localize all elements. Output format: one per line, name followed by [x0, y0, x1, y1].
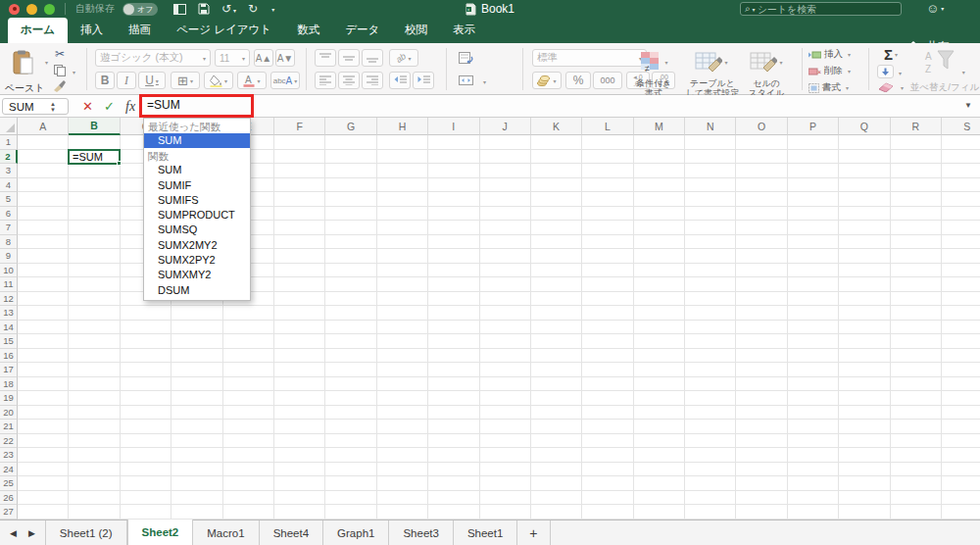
feedback-button[interactable]: ☺ ▾: [926, 1, 944, 16]
cell-I20[interactable]: [428, 406, 479, 421]
cell-M12[interactable]: [634, 292, 685, 307]
cell-F8[interactable]: [274, 235, 325, 250]
row-header-20[interactable]: 20: [0, 406, 18, 421]
autosum-button[interactable]: Σ▾: [874, 46, 907, 63]
column-header-J[interactable]: J: [480, 118, 531, 135]
cell-N23[interactable]: [685, 448, 736, 463]
sort-filter-button[interactable]: AZ ▾: [924, 49, 965, 76]
cell-J1[interactable]: [480, 135, 531, 150]
cancel-entry-icon[interactable]: ✕: [82, 98, 93, 115]
cell-F23[interactable]: [274, 448, 325, 463]
cell-I9[interactable]: [428, 249, 479, 264]
cell-C22[interactable]: [121, 434, 172, 449]
cell-F13[interactable]: [274, 306, 325, 321]
cell-G26[interactable]: [325, 491, 376, 506]
cell-R26[interactable]: [891, 491, 942, 506]
cell-S11[interactable]: [942, 277, 980, 292]
cell-R13[interactable]: [891, 306, 942, 321]
cell-H15[interactable]: [377, 334, 428, 349]
cell-R16[interactable]: [891, 349, 942, 364]
row-header-21[interactable]: 21: [0, 420, 18, 434]
cell-C15[interactable]: [121, 334, 172, 349]
cell-G25[interactable]: [325, 476, 376, 491]
cell-S10[interactable]: [942, 264, 980, 278]
dropdown-item-SUMPRODUCT[interactable]: SUMPRODUCT: [144, 208, 250, 223]
cell-R24[interactable]: [891, 463, 942, 477]
cell-O24[interactable]: [736, 463, 787, 477]
cell-I8[interactable]: [428, 235, 479, 250]
search-input[interactable]: [758, 4, 875, 15]
cell-M7[interactable]: [634, 221, 685, 235]
cell-D20[interactable]: [172, 406, 222, 421]
cell-E14[interactable]: [223, 321, 274, 335]
cell-G16[interactable]: [325, 349, 376, 364]
cell-K3[interactable]: [531, 164, 582, 178]
column-header-S[interactable]: S: [942, 118, 980, 135]
cell-I17[interactable]: [428, 363, 479, 377]
insert-cells-button[interactable]: 挿入 ▾: [808, 47, 862, 62]
cell-J18[interactable]: [480, 377, 531, 392]
prev-sheet-icon[interactable]: ◀: [10, 528, 17, 538]
cell-C27[interactable]: [121, 505, 172, 520]
cell-N17[interactable]: [685, 363, 736, 377]
cell-G22[interactable]: [325, 434, 376, 449]
row-header-10[interactable]: 10: [0, 264, 18, 278]
cell-H2[interactable]: [377, 150, 428, 165]
cell-K10[interactable]: [531, 264, 582, 278]
cell-P3[interactable]: [788, 164, 839, 178]
cell-I14[interactable]: [428, 321, 479, 335]
cell-M20[interactable]: [634, 406, 685, 421]
row-header-12[interactable]: 12: [0, 292, 18, 307]
tab-データ[interactable]: データ: [332, 18, 392, 43]
cell-F27[interactable]: [274, 505, 325, 520]
cell-O10[interactable]: [736, 264, 787, 278]
cell-P2[interactable]: [788, 150, 839, 165]
row-header-13[interactable]: 13: [0, 306, 18, 321]
cell-G18[interactable]: [325, 377, 376, 392]
cell-Q14[interactable]: [839, 321, 890, 335]
cell-N11[interactable]: [685, 277, 736, 292]
borders-button[interactable]: ⊞▾: [171, 72, 200, 89]
cell-D14[interactable]: [172, 321, 222, 335]
zoom-window-button[interactable]: [44, 4, 55, 15]
cell-E25[interactable]: [223, 476, 274, 491]
row-header-15[interactable]: 15: [0, 334, 18, 349]
row-header-11[interactable]: 11: [0, 277, 18, 292]
cell-M22[interactable]: [634, 434, 685, 449]
cell-R18[interactable]: [891, 377, 942, 392]
cell-A27[interactable]: [18, 505, 69, 520]
cell-G27[interactable]: [325, 505, 376, 520]
cell-B25[interactable]: [69, 476, 120, 491]
align-right-button[interactable]: [362, 72, 383, 89]
cell-R25[interactable]: [891, 476, 942, 491]
cell-H17[interactable]: [377, 363, 428, 377]
cell-F21[interactable]: [274, 420, 325, 434]
cell-G9[interactable]: [325, 249, 376, 264]
underline-button[interactable]: U▾: [138, 72, 166, 89]
cell-J19[interactable]: [480, 391, 531, 406]
cut-icon[interactable]: ✂: [51, 46, 69, 62]
cell-E13[interactable]: [223, 306, 274, 321]
delete-cells-button[interactable]: × 削除 ▾: [808, 64, 862, 78]
cell-F24[interactable]: [274, 463, 325, 477]
column-header-L[interactable]: L: [582, 118, 633, 135]
cell-Q3[interactable]: [839, 164, 890, 178]
cell-I22[interactable]: [428, 434, 479, 449]
cell-C24[interactable]: [121, 463, 172, 477]
cell-I19[interactable]: [428, 391, 479, 406]
cell-A2[interactable]: [18, 150, 69, 165]
cell-S5[interactable]: [942, 192, 980, 207]
cell-M27[interactable]: [634, 505, 685, 520]
cell-Q26[interactable]: [839, 491, 890, 506]
bold-button[interactable]: B: [95, 72, 115, 89]
cell-G12[interactable]: [325, 292, 376, 307]
cell-M1[interactable]: [634, 135, 685, 150]
cell-L27[interactable]: [582, 505, 633, 520]
cell-C20[interactable]: [121, 406, 172, 421]
cell-L22[interactable]: [582, 434, 633, 449]
cell-L2[interactable]: [582, 150, 633, 165]
column-header-K[interactable]: K: [531, 118, 582, 135]
percent-button[interactable]: %: [565, 72, 591, 89]
cell-A9[interactable]: [18, 249, 69, 264]
cell-S19[interactable]: [942, 391, 980, 406]
